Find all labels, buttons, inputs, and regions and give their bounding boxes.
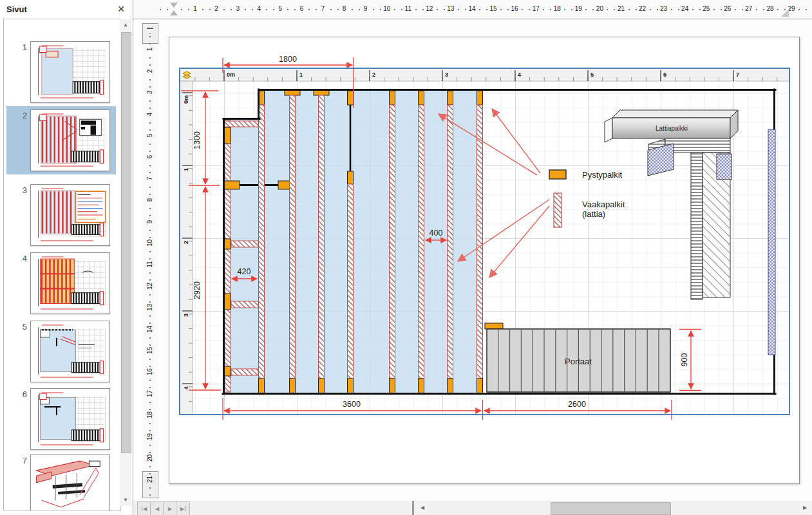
pages-panel: Sivut ✕ 12345678 ▲ ▼ <box>0 0 133 515</box>
legend-posts-label: Pystypalkit <box>582 170 623 180</box>
right-wall-strip[interactable] <box>768 129 775 355</box>
ruler-margin-marker[interactable] <box>170 10 178 15</box>
page-thumbnail-row-2[interactable]: 2 <box>4 111 120 173</box>
page-thumbnail-row-3[interactable]: 3 <box>4 185 120 247</box>
svg-text:5: 5 <box>590 71 594 78</box>
legend-beams-swatch[interactable] <box>554 193 562 227</box>
svg-text:3: 3 <box>445 71 448 78</box>
page-thumbnail-row-5[interactable]: 5 <box>4 322 120 384</box>
ruler-margin-marker-right[interactable] <box>781 9 789 17</box>
vertical-ruler[interactable]: 123456789101112131415161718192021 <box>142 21 158 500</box>
pages-panel-title: Sivut <box>6 5 27 14</box>
stairs-label: Portaat <box>565 357 592 366</box>
horizontal-ruler[interactable]: 1234567891011121314151617181920212223242… <box>133 0 812 19</box>
page-number: 3 <box>13 185 27 195</box>
prev-layer-button[interactable]: ◀ <box>150 501 164 515</box>
svg-text:1: 1 <box>183 168 189 171</box>
next-layer-button[interactable]: ▶ <box>163 501 177 515</box>
page-thumbnail[interactable] <box>30 41 110 103</box>
pages-panel-header: Sivut ✕ <box>0 0 133 19</box>
page-number: 7 <box>13 456 27 465</box>
dim-stairs-height: 900 <box>680 353 689 367</box>
drawing-page[interactable]: 0m1234567 0m1234 <box>169 37 800 484</box>
svg-text:3: 3 <box>183 314 189 317</box>
drawing-canvas[interactable]: 0m1234567 0m1234 <box>159 19 812 501</box>
pages-scrollbar-thumb[interactable] <box>121 32 131 453</box>
dim-bottom-main: 3600 <box>343 400 361 409</box>
legend-posts-swatch[interactable] <box>549 170 566 179</box>
page-thumbnail[interactable] <box>30 109 110 171</box>
svg-text:2: 2 <box>372 71 375 78</box>
close-icon[interactable]: ✕ <box>117 4 125 14</box>
legend-beams-label-2: (lattia) <box>582 209 605 219</box>
page-number: 1 <box>13 42 27 52</box>
floor-beam-label: Lattiapalkki <box>656 125 688 132</box>
scroll-up-icon[interactable]: ▲ <box>120 19 131 31</box>
dim-lower-left: 2920 <box>193 281 202 299</box>
svg-text:2: 2 <box>183 241 189 244</box>
page-number: 6 <box>13 389 27 399</box>
page-thumbnail-row-6[interactable]: 6 <box>4 389 120 451</box>
dim-top-width: 1800 <box>279 55 297 64</box>
scroll-left-icon[interactable]: ◀ <box>417 502 428 514</box>
layer-tab-bar: ◀ ◀ ▶ ▶ Asettelu Ohjausobjektit Mittajan… <box>133 501 415 515</box>
page-number: 4 <box>13 254 27 263</box>
scrollbar-splitter[interactable] <box>412 501 414 515</box>
scroll-right-icon[interactable]: ▶ <box>799 502 811 514</box>
svg-text:1: 1 <box>299 71 303 78</box>
dim-bottom-stairs: 2600 <box>568 400 586 409</box>
last-layer-button[interactable]: ▶ <box>176 501 190 515</box>
page-thumbnail-row-7[interactable]: 7 <box>4 456 120 511</box>
svg-text:4: 4 <box>183 386 189 389</box>
svg-text:6: 6 <box>663 71 666 78</box>
page-thumbnail-row-4[interactable]: 4 <box>4 254 120 315</box>
page-thumbnail[interactable] <box>30 388 110 450</box>
dim-stud-mid: 400 <box>430 229 443 238</box>
svg-text:0m: 0m <box>183 95 189 104</box>
page-thumbnail[interactable] <box>30 454 110 511</box>
page-thumbnail[interactable] <box>30 321 110 382</box>
dim-upper-left: 1300 <box>193 131 202 149</box>
horizontal-scrollbar[interactable]: ◀ ▶ <box>415 501 812 515</box>
vruler-top-marker[interactable] <box>142 23 158 44</box>
page-number: 2 <box>13 111 27 120</box>
libreoffice-draw-window: Sivut ✕ 12345678 ▲ ▼ 1234567891011121314… <box>0 0 812 515</box>
scroll-down-icon[interactable]: ▼ <box>120 494 131 506</box>
stairs[interactable]: Portaat <box>485 323 670 392</box>
legend-beams-label-1: Vaakapalkit <box>582 200 625 209</box>
page-number: 5 <box>13 322 27 332</box>
svg-text:7: 7 <box>736 71 739 78</box>
page-thumbnail-list: 12345678 <box>3 19 121 511</box>
horizontal-scrollbar-thumb[interactable] <box>551 502 671 515</box>
pages-panel-scrollbar[interactable]: ▲ ▼ <box>120 19 131 506</box>
svg-text:0m: 0m <box>227 71 235 78</box>
dim-stud-left: 420 <box>238 267 251 276</box>
page-thumbnail-row-1[interactable]: 1 <box>4 42 120 104</box>
page-thumbnail[interactable] <box>30 252 110 314</box>
svg-text:4: 4 <box>518 71 521 78</box>
page-thumbnail[interactable] <box>30 184 110 246</box>
ruler-margin-marker[interactable] <box>170 3 178 8</box>
first-layer-button[interactable]: ◀ <box>137 501 151 515</box>
